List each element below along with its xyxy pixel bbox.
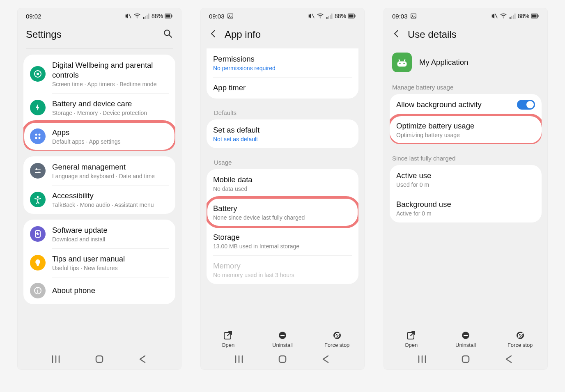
settings-list: Digital Wellbeing and parental controlsS…	[18, 48, 181, 350]
search-button[interactable]	[163, 29, 173, 40]
nav-recent-button[interactable]	[418, 355, 427, 364]
item-title: Digital Wellbeing and parental controls	[52, 60, 169, 80]
app-name: My Application	[419, 57, 468, 67]
settings-item[interactable]: Battery and device careStorage · Memory …	[23, 93, 175, 122]
section-manage-battery: Manage battery usage	[390, 79, 542, 94]
settings-item[interactable]: AppsDefault apps · App settings	[23, 122, 175, 151]
item-title: Battery	[213, 204, 352, 213]
uninstall-button[interactable]: Uninstall	[443, 330, 488, 348]
item-subtitle: Not set as default	[213, 136, 352, 142]
header: Settings	[18, 22, 181, 48]
uninstall-icon	[461, 330, 471, 340]
item-subtitle: Screen time · App timers · Bedtime mode	[52, 81, 169, 87]
action-label: Uninstall	[455, 342, 476, 348]
statusbar: 09:03 88%	[384, 8, 547, 22]
item-title: Mobile data	[213, 175, 352, 185]
item-subtitle: No memory used in last 3 hours	[213, 272, 352, 278]
general-icon	[30, 163, 46, 179]
status-time: 09:03	[209, 13, 225, 20]
battery-text: 88%	[152, 13, 163, 19]
item-subtitle: Language and keyboard · Date and time	[52, 173, 169, 179]
item-title: Active use	[396, 171, 535, 181]
nav-back-icon	[138, 355, 147, 364]
open-button[interactable]: Open	[388, 330, 434, 348]
status-time: 09:02	[26, 13, 41, 20]
nav-back-button[interactable]	[505, 355, 514, 364]
settings-item[interactable]: AccessibilityTalkBack · Mono audio · Ass…	[23, 185, 175, 214]
toggle-switch[interactable]	[517, 100, 535, 110]
item-subtitle: Default apps · App settings	[52, 138, 169, 145]
wifi-icon	[317, 12, 324, 20]
page-title: Settings	[26, 29, 62, 40]
nav-back-button[interactable]	[138, 355, 147, 364]
status-time: 09:03	[392, 13, 408, 20]
section-label: Defaults	[207, 104, 358, 119]
signal-icon	[142, 13, 150, 19]
forcestop-button[interactable]: Force stop	[315, 330, 360, 348]
nav-home-button[interactable]	[278, 355, 287, 364]
settings-item[interactable]: Digital Wellbeing and parental controlsS…	[23, 55, 175, 93]
item-title: Allow background activity	[396, 100, 517, 110]
nav-home-icon	[278, 355, 287, 364]
settings-item[interactable]: About phone	[23, 277, 175, 304]
app-info-item[interactable]: Storage13.00 MB used in Internal storage	[207, 227, 358, 255]
statusbar: 09:03 88%	[201, 8, 364, 22]
item-title: Memory	[213, 261, 352, 271]
nav-back-icon	[505, 355, 514, 364]
app-info-item[interactable]: PermissionsNo permissions required	[207, 48, 358, 77]
item-title: Background use	[396, 199, 535, 209]
battery-setting-item[interactable]: Allow background activity	[390, 94, 542, 115]
item-title: Storage	[213, 232, 352, 242]
item-subtitle: No data used	[213, 186, 352, 192]
nav-recent-button[interactable]	[234, 355, 243, 364]
settings-item[interactable]: General managementLanguage and keyboard …	[23, 156, 175, 185]
item-title: Set as default	[213, 125, 352, 135]
app-info-item[interactable]: Set as defaultNot set as default	[207, 119, 358, 148]
software-icon	[30, 226, 46, 242]
nav-home-button[interactable]	[95, 355, 104, 364]
usage-stat-item: Background useActive for 0 m	[390, 194, 542, 222]
open-icon	[406, 330, 416, 340]
screen-settings: 09:02 88% Settings Digital Wellbeing and…	[18, 8, 181, 369]
status-icons: 88%	[491, 12, 539, 20]
open-button[interactable]: Open	[205, 330, 250, 348]
app-info-item[interactable]: App timer	[207, 77, 358, 99]
forcestop-icon	[332, 330, 342, 340]
nav-recent-icon	[51, 355, 60, 364]
navbar	[201, 350, 364, 369]
forcestop-button[interactable]: Force stop	[498, 330, 543, 348]
app-info-item[interactable]: Mobile dataNo data used	[207, 169, 358, 198]
battery-icon	[348, 13, 356, 19]
status-icons: 88%	[124, 12, 173, 20]
usage-stat-item: Active useUsed for 0 m	[390, 165, 542, 194]
item-subtitle: Download and install	[52, 236, 169, 243]
apps-icon	[30, 128, 46, 144]
item-subtitle: Active for 0 m	[396, 210, 535, 217]
nav-back-button[interactable]	[322, 355, 331, 364]
settings-item[interactable]: Software updateDownload and install	[23, 220, 175, 248]
open-icon	[223, 330, 233, 340]
uninstall-button[interactable]: Uninstall	[260, 330, 305, 348]
battery-setting-item[interactable]: Optimize battery usageOptimizing battery…	[390, 115, 542, 144]
app-info-item: MemoryNo memory used in last 3 hours	[207, 255, 358, 284]
nav-recent-button[interactable]	[51, 355, 60, 364]
back-button[interactable]	[209, 29, 218, 40]
settings-item[interactable]: Tips and user manualUseful tips · New fe…	[23, 248, 175, 277]
mute-icon	[308, 12, 315, 20]
navbar	[384, 350, 547, 369]
tips-icon	[30, 255, 46, 271]
screenshot-notify-icon	[227, 13, 234, 19]
statusbar: 09:02 88%	[18, 8, 181, 22]
item-title: Battery and device care	[52, 99, 169, 109]
item-title: App timer	[213, 83, 352, 93]
battery-care-icon	[30, 100, 46, 115]
nav-home-button[interactable]	[461, 355, 470, 364]
app-icon	[392, 53, 412, 72]
forcestop-icon	[515, 330, 525, 340]
item-title: About phone	[52, 286, 169, 296]
item-subtitle: Storage · Memory · Device protection	[52, 110, 169, 116]
back-button[interactable]	[392, 29, 401, 40]
screenshot-notify-icon	[410, 13, 417, 19]
app-info-item[interactable]: BatteryNone since device last fully char…	[207, 198, 358, 227]
wifi-icon	[500, 12, 507, 20]
